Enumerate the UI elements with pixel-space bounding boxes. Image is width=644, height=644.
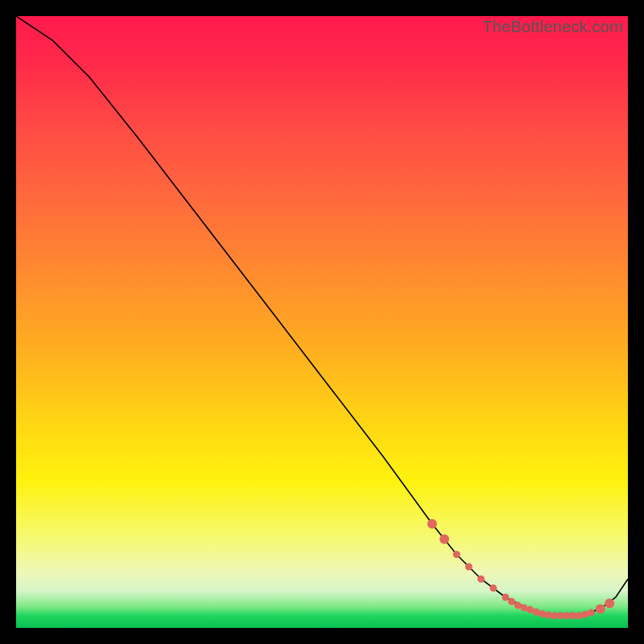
highlight-point (477, 576, 485, 583)
highlight-point (605, 599, 614, 609)
highlight-point (489, 584, 497, 592)
chart-frame: TheBottleneck.com (0, 0, 644, 644)
highlight-point (440, 535, 449, 544)
marker-group (427, 519, 614, 620)
highlight-point (576, 612, 583, 619)
highlight-point (539, 610, 546, 617)
highlight-point (508, 598, 515, 605)
highlight-point (581, 611, 588, 618)
highlight-point (520, 604, 527, 611)
highlight-point (588, 609, 595, 617)
bottleneck-curve (16, 16, 628, 616)
plot-area: TheBottleneck.com (16, 16, 628, 628)
highlight-point (545, 612, 552, 619)
highlight-point (596, 604, 605, 613)
highlight-point (465, 564, 473, 571)
highlight-point (502, 594, 510, 601)
highlight-point (453, 551, 460, 558)
highlight-point (427, 519, 437, 529)
highlight-point (533, 609, 540, 616)
curve-layer (16, 16, 628, 628)
